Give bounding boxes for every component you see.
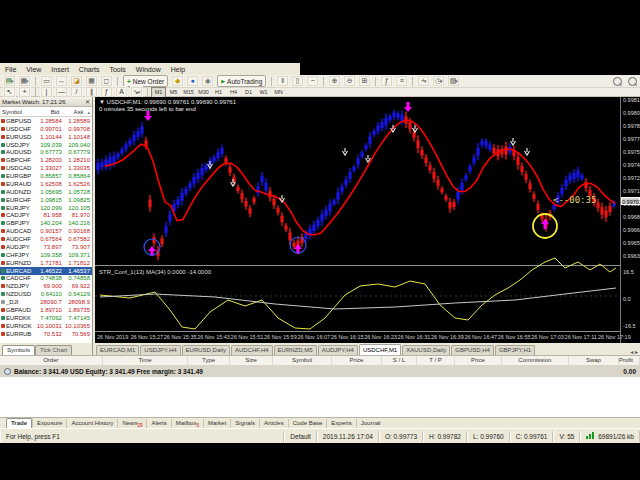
tab-scroll-arrows[interactable]: ◂ ▸ — [630, 348, 640, 355]
menu-item-tools[interactable]: Tools — [104, 66, 130, 73]
market-watch-row[interactable]: CHFJPY109.358109.371 — [0, 251, 92, 259]
white-down-arrow[interactable] — [413, 125, 418, 132]
chart-window[interactable]: <--00:35 — [95, 97, 640, 343]
menu-item-file[interactable]: File — [0, 66, 21, 73]
indicator-separator[interactable] — [95, 265, 620, 266]
chart-tab-usdjpy-h4[interactable]: USDJPY,H4 — [140, 345, 180, 355]
timeframe-button-m5[interactable]: M5 — [166, 87, 181, 98]
menu-item-insert[interactable]: Insert — [46, 66, 74, 73]
market-watch-row[interactable]: GBPCHF1.282001.28210 — [0, 156, 92, 164]
terminal-column-price[interactable]: Price — [332, 356, 382, 365]
terminal-column-type[interactable]: Type — [188, 356, 230, 365]
white-down-arrow[interactable] — [343, 148, 348, 155]
close-icon[interactable]: ✕ — [85, 98, 90, 105]
terminal-column-time[interactable]: Time — [103, 356, 189, 365]
market-watch-row[interactable]: EURGBP0.858570.85864 — [0, 172, 92, 180]
usdchf-m1-chart[interactable]: <--00:35 — [95, 97, 620, 343]
market-watch-row[interactable]: AUDCAD0.901570.90168 — [0, 227, 92, 235]
terminal-column-symbol[interactable]: Symbol — [273, 356, 332, 365]
timeframe-button-d1[interactable]: D1 — [241, 87, 256, 98]
expert-advisor-icon[interactable]: ◆ — [171, 75, 184, 87]
templates-icon[interactable]: ▨▾ — [447, 75, 460, 87]
terminal-tab-trade[interactable]: Trade — [6, 418, 32, 428]
chart-tab-audjpy-h4[interactable]: AUDJPY,H4 — [318, 345, 358, 355]
terminal-tab-news[interactable]: News29 — [117, 419, 146, 428]
market-watch-row[interactable]: _DJI28090.728098.9 — [0, 298, 92, 306]
chart-tab-gbpusd-h4[interactable]: GBPUSD,H4 — [451, 345, 494, 355]
autotrading-button[interactable]: ▶AutoTrading — [217, 75, 266, 87]
chart-tab-xauusd-daily[interactable]: XAUUSD,Daily — [402, 345, 450, 355]
market-watch-row[interactable]: NZDJPY69.90069.922 — [0, 282, 92, 290]
menu-item-help[interactable]: Help — [166, 66, 190, 73]
terminal-column-sl[interactable]: S / L — [382, 356, 417, 365]
terminal-tab-articles[interactable]: Articles — [259, 419, 288, 428]
white-down-arrow[interactable] — [280, 195, 285, 202]
market-watch-row[interactable]: EURUSD1.101441.10148 — [0, 133, 92, 141]
market-watch-row[interactable]: USDCAD1.330271.33035 — [0, 164, 92, 172]
indicator-list-icon[interactable]: ≡ — [395, 75, 408, 87]
line-chart-icon[interactable]: ~ — [306, 75, 319, 87]
chart-tab-eurcad-m1[interactable]: EURCAD,M1 — [96, 345, 139, 355]
terminal-column-size[interactable]: Size — [230, 356, 273, 365]
column-header-ask[interactable]: Ask — [61, 109, 85, 115]
column-header-symbol[interactable]: Symbol — [0, 109, 36, 115]
web-request-icon[interactable]: ◉ — [201, 75, 214, 87]
terminal-column-tp[interactable]: T / P — [417, 356, 455, 365]
market-watch-row[interactable]: EURRUB70.53270.569 — [0, 330, 92, 338]
zoom-out-icon[interactable]: ⊖ — [343, 75, 356, 87]
market-watch-row[interactable]: NZDUSD0.641100.64129 — [0, 290, 92, 298]
timeframe-button-h4[interactable]: H4 — [226, 87, 241, 98]
market-watch-row[interactable]: CADCHF0.748380.74858 — [0, 275, 92, 283]
market-watch-row[interactable]: EURNOK10.1003110.10365 — [0, 322, 92, 330]
market-watch-row[interactable]: AUDUSD0.677730.67779 — [0, 149, 92, 157]
market-watch-row[interactable]: AUDNZD1.056951.05728 — [0, 188, 92, 196]
timeframe-button-m15[interactable]: M15 — [181, 87, 196, 98]
chart-tab-eurusd-daily[interactable]: EURUSD,Daily — [182, 345, 230, 355]
terminal-column-order[interactable]: Order — [0, 356, 103, 365]
market-watch-tab-tick-chart[interactable]: Tick Chart — [35, 345, 72, 355]
scroll-up-icon[interactable]: ▴ — [86, 109, 93, 115]
timeframe-button-m30[interactable]: M30 — [196, 87, 211, 98]
market-watch-row[interactable]: AUDCHF0.675640.67582 — [0, 235, 92, 243]
terminal-tab-signals[interactable]: Signals — [230, 419, 259, 428]
market-watch-row[interactable]: AUDJPY73.89773.907 — [0, 243, 92, 251]
candlestick-icon[interactable]: ▯ — [291, 75, 304, 87]
terminal-tab-market[interactable]: Market — [203, 419, 230, 428]
white-down-arrow[interactable] — [525, 148, 530, 155]
white-down-arrow[interactable] — [208, 161, 213, 168]
market-watch-row[interactable]: GBPJPY140.204140.216 — [0, 219, 92, 227]
search-icon[interactable] — [613, 77, 622, 86]
account-icon[interactable]: ● — [186, 75, 199, 87]
market-watch-row[interactable]: EURCHF1.098151.09825 — [0, 196, 92, 204]
terminal-tab-code-base[interactable]: Code Base — [288, 419, 327, 428]
terminal-column-price[interactable]: Price — [455, 356, 502, 365]
timeframe-button-h1[interactable]: H1 — [211, 87, 226, 98]
market-watch-row[interactable]: EURJPY120.099120.105 — [0, 204, 92, 212]
menu-item-window[interactable]: Window — [131, 66, 166, 73]
market-watch-row[interactable]: USDCHF0.997010.99708 — [0, 125, 92, 133]
chart-tab-gbpjpy-h1[interactable]: GBPJPY,H1 — [495, 345, 535, 355]
timeframe-button-w1[interactable]: W1 — [256, 87, 271, 98]
market-watch-row[interactable]: EURAUD1.625081.62526 — [0, 180, 92, 188]
sell-signal-arrow[interactable] — [404, 102, 412, 112]
market-watch-tab-symbols[interactable]: Symbols — [2, 345, 35, 355]
terminal-tab-experts[interactable]: Experts — [326, 419, 355, 428]
column-header-bid[interactable]: Bid — [36, 109, 62, 115]
terminal-tab-journal[interactable]: Journal — [356, 419, 385, 428]
market-watch-row[interactable]: GBPAUD1.897101.89735 — [0, 306, 92, 314]
bar-chart-icon[interactable]: ‖ — [276, 75, 289, 87]
menu-item-view[interactable]: View — [21, 66, 46, 73]
chart-tab-usdchf-m1[interactable]: USDCHF,M1 — [359, 344, 401, 355]
terminal-tab-alerts[interactable]: Alerts — [146, 419, 170, 428]
zoom-in-icon[interactable]: ⊕ — [328, 75, 341, 87]
white-down-arrow[interactable] — [511, 138, 516, 145]
status-profile[interactable]: Default — [284, 431, 317, 442]
market-watch-row[interactable]: EURNZD1.717811.71812 — [0, 259, 92, 267]
market-watch-row[interactable]: CADJPY81.95881.970 — [0, 212, 92, 220]
market-watch-row[interactable]: USDJPY109.039109.040 — [0, 141, 92, 149]
terminal-column-swap[interactable]: Swap — [569, 356, 619, 365]
terminal-tab-mailbox[interactable]: Mailbox5 — [171, 419, 203, 428]
white-down-arrow[interactable] — [366, 155, 371, 162]
chart-tab-audchf-h4[interactable]: AUDCHF,H4 — [231, 345, 273, 355]
find-symbol-icon[interactable] — [628, 77, 637, 86]
